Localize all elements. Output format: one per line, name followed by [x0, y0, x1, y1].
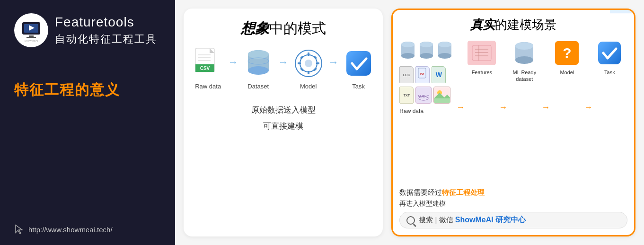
- svg-rect-25: [316, 62, 319, 64]
- image-file-icon: [433, 87, 450, 104]
- svg-rect-51: [472, 45, 491, 61]
- real-arrow-0: →: [456, 39, 465, 176]
- svg-text:PDF: PDF: [420, 72, 425, 75]
- svg-point-42: [438, 42, 451, 47]
- task-icon: [342, 47, 375, 80]
- flow-label-model: Model: [300, 83, 317, 90]
- search-text: 搜索 | 微信 ShowMeAI 研究中心: [419, 215, 526, 225]
- db-icon-3: [436, 39, 453, 62]
- real-desc-highlight: 数据需要经过特征工程处理: [399, 188, 627, 197]
- real-title-rest: 的建模场景: [495, 18, 556, 32]
- model-label-real: Model: [560, 69, 574, 76]
- cursor-icon: [14, 224, 25, 235]
- pdf-file-icon: PDF: [415, 66, 430, 83]
- svg-point-34: [401, 42, 415, 47]
- logo-icon: ShowMeAI: [19, 18, 43, 42]
- svg-rect-3: [29, 35, 34, 37]
- question-icon: ?: [555, 41, 579, 65]
- file-row-2: TXT AUDIO: [399, 87, 450, 104]
- svg-point-41: [438, 53, 451, 59]
- real-title: 真实的建模场景: [470, 17, 556, 33]
- website-url: http://www.showmeai.tech/: [28, 226, 113, 234]
- real-watermark: ShowMeAI: [605, 9, 635, 15]
- real-arrow-3: →: [584, 39, 592, 176]
- svg-rect-30: [346, 51, 371, 76]
- flow-item-task: Task: [342, 47, 375, 90]
- features-icon: [468, 39, 496, 67]
- ml-dataset-label: ML Readydataset: [512, 69, 536, 83]
- txt-file-icon: TXT: [399, 87, 414, 104]
- raw-data-col: LOG PDF W: [399, 39, 453, 185]
- desc-normal: 数据需要经过: [399, 188, 442, 196]
- task-real-icon: [595, 39, 624, 67]
- svg-rect-60: [598, 42, 621, 64]
- panel-imagined: 想象中的模式 CSV Raw data: [184, 9, 383, 236]
- real-content: LOG PDF W: [399, 39, 627, 185]
- flow-item-ml-dataset: ML Readydataset: [510, 39, 538, 185]
- svg-text:CSV: CSV: [200, 66, 210, 71]
- desc-orange: 特征工程处理: [442, 188, 485, 196]
- featuretools-title: Featuretools: [55, 14, 157, 30]
- features-label: Features: [472, 69, 492, 76]
- task-label-real: Task: [604, 69, 615, 76]
- svg-point-58: [515, 56, 533, 64]
- svg-rect-22: [308, 52, 309, 56]
- real-desc-line2: 再进入模型建模: [399, 200, 627, 208]
- svg-point-59: [515, 42, 533, 50]
- search-bar[interactable]: 搜索 | 微信 ShowMeAI 研究中心: [399, 212, 627, 228]
- arrow-1: [225, 58, 242, 67]
- logo-area: ShowMeAI Featuretools 自动化特征工程工具: [14, 13, 157, 47]
- flow-item-model: Model: [292, 47, 325, 90]
- svg-point-38: [420, 42, 433, 47]
- arrow-3: [325, 58, 342, 67]
- imagined-flow: CSV Raw data: [192, 47, 375, 90]
- word-file-icon: W: [432, 66, 446, 83]
- search-brand: ShowMeAI 研究中心: [455, 216, 526, 224]
- flow-item-dataset: Dataset: [242, 47, 275, 90]
- imagined-title-rest: 中的模式: [269, 20, 326, 36]
- ml-db-icon: [510, 39, 538, 67]
- flow-label-rawdata: Raw data: [195, 83, 221, 90]
- svg-point-21: [305, 60, 312, 67]
- csv-icon: CSV: [192, 47, 225, 80]
- svg-marker-6: [16, 225, 22, 234]
- svg-rect-50: [434, 98, 450, 104]
- db-stack-group: [399, 39, 453, 62]
- svg-point-33: [401, 53, 415, 59]
- flow-item-rawdata: CSV Raw data: [192, 47, 225, 90]
- database-icon: [242, 47, 275, 80]
- raw-data-label: Raw data: [399, 108, 423, 114]
- db-icon-1: [399, 39, 416, 62]
- panel-real: ShowMeAI 真实的建模场景: [391, 9, 635, 236]
- db-icon-2: [418, 39, 435, 62]
- section-title: 特征工程的意义: [14, 80, 120, 100]
- flow-item-model-real: ? Model: [553, 39, 581, 185]
- logo-circle: ShowMeAI: [14, 13, 48, 47]
- imagined-title-bold: 想象: [241, 20, 269, 36]
- brain-model-icon: [292, 47, 325, 80]
- svg-text:ShowMeAI: ShowMeAI: [24, 39, 38, 42]
- flow-item-task-real: Task: [595, 39, 624, 185]
- svg-rect-23: [308, 71, 309, 74]
- main-content: 想象中的模式 CSV Raw data: [175, 0, 644, 245]
- sidebar: ShowMeAI Featuretools 自动化特征工程工具 特征工程的意义 …: [0, 0, 175, 245]
- svg-rect-4: [26, 37, 36, 38]
- subtitle: 自动化特征工程工具: [55, 32, 157, 46]
- svg-point-37: [420, 53, 433, 59]
- desc-line1: 原始数据送入模型: [251, 102, 316, 118]
- imagined-title: 想象中的模式: [241, 19, 326, 38]
- arrow-2: [275, 58, 292, 67]
- real-title-bold: 真实: [470, 18, 495, 32]
- imagined-desc: 原始数据送入模型 可直接建模: [251, 102, 316, 134]
- svg-rect-24: [298, 62, 301, 64]
- question-model-icon: ?: [553, 39, 581, 67]
- file-row-1: LOG PDF W: [399, 66, 446, 83]
- desc-line2: 可直接建模: [251, 118, 316, 134]
- audio-file-icon: AUDIO: [415, 87, 432, 104]
- svg-point-17: [248, 50, 269, 59]
- search-icon: [406, 216, 415, 225]
- flow-label-task: Task: [352, 83, 365, 90]
- website-link[interactable]: http://www.showmeai.tech/: [14, 224, 113, 235]
- real-arrow-1: →: [499, 39, 507, 176]
- real-arrow-2: →: [541, 39, 550, 176]
